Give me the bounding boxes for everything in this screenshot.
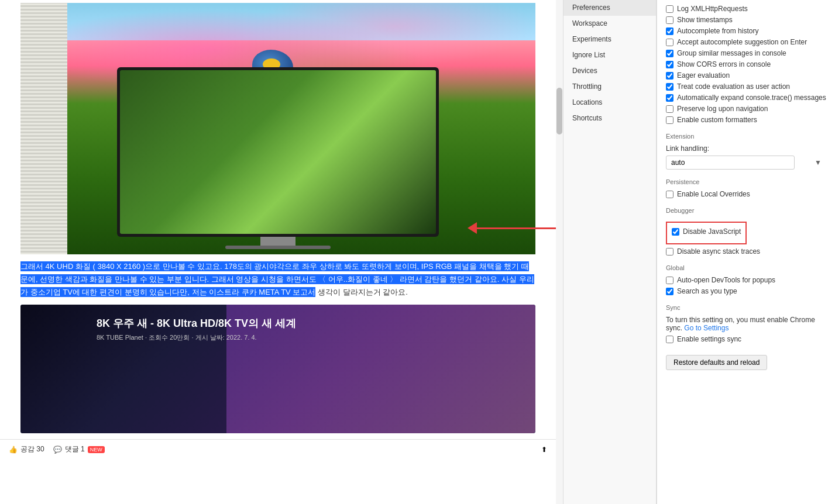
eager-eval-label: Eager evaluation: [677, 71, 730, 80]
show-timestamps-label: Show timestamps: [677, 16, 733, 24]
sidebar-item-experiments[interactable]: Experiments: [563, 32, 656, 47]
sync-description: To turn this setting on, you must enable…: [666, 316, 826, 332]
devtools-sidebar: Preferences Workspace Experiments Ignore…: [563, 0, 657, 504]
group-similar-row: Group similar messages in console: [666, 49, 826, 57]
debugger-section: Debugger Disable JavaScript Disable asyn…: [666, 207, 826, 256]
second-image: 8K 8K 우주 새 - 8K Ultra HD/8K TV의 새 세계 8K …: [20, 305, 535, 433]
autocomplete-history-row: Autocomplete from history: [666, 27, 826, 35]
main-image: [20, 3, 535, 254]
new-badge: NEW: [88, 446, 105, 453]
auto-open-devtools-label: Auto-open DevTools for popups: [677, 276, 775, 284]
share-button[interactable]: ⬆: [541, 446, 547, 454]
video-subtitle: 8K TUBE Planet · 조회수 20만회 · 게시 날짜: 2022.…: [97, 333, 296, 342]
like-button[interactable]: 👍 공감 30: [9, 444, 44, 454]
disable-js-checkbox[interactable]: [672, 228, 679, 236]
global-section: Global Auto-open DevTools for popups Sea…: [666, 264, 826, 295]
auto-open-devtools-checkbox[interactable]: [666, 277, 674, 284]
custom-formatters-label: Enable custom formatters: [677, 116, 757, 124]
accept-autocomplete-row: Accept autocomplete suggestion on Enter: [666, 38, 826, 46]
article-text: 그래서 4K UHD 화질 ( 3840 X 2160 )으로 만나볼 수 있고…: [20, 260, 535, 299]
search-as-type-label: Search as you type: [677, 287, 737, 295]
debugger-highlight-box: Disable JavaScript: [666, 222, 747, 244]
share-icon: ⬆: [541, 446, 547, 454]
tv-screen: [120, 70, 436, 234]
preserve-log-label: Preserve log upon navigation: [677, 105, 768, 113]
link-handling-select-wrapper: auto Custom ▼: [666, 156, 826, 170]
tv-base: [225, 246, 331, 249]
enable-overrides-checkbox[interactable]: [666, 191, 674, 198]
show-cors-row: Show CORS errors in console: [666, 60, 826, 68]
sidebar-item-shortcuts[interactable]: Shortcuts: [563, 111, 656, 126]
enable-settings-sync-checkbox[interactable]: [666, 336, 674, 343]
search-as-type-checkbox[interactable]: [666, 288, 674, 295]
sidebar-item-throttling[interactable]: Throttling: [563, 79, 656, 95]
disable-async-label: Disable async stack traces: [677, 247, 760, 256]
enable-overrides-label: Enable Local Overrides: [677, 190, 750, 198]
web-content: 그래서 4K UHD 화질 ( 3840 X 2160 )으로 만나볼 수 있고…: [0, 0, 556, 504]
group-similar-label: Group similar messages in console: [677, 49, 786, 57]
sync-title: Sync: [666, 304, 826, 311]
sync-section: Sync To turn this setting on, you must e…: [666, 304, 826, 343]
red-arrow: [468, 222, 556, 234]
restore-defaults-button[interactable]: Restore defaults and reload: [666, 355, 767, 370]
show-timestamps-row: Show timestamps: [666, 16, 826, 24]
sidebar-item-preferences[interactable]: Preferences: [563, 0, 656, 16]
group-similar-checkbox[interactable]: [666, 50, 674, 57]
select-arrow-icon: ▼: [815, 158, 822, 167]
auto-expand-label: Automatically expand console.trace() mes…: [677, 94, 826, 102]
autocomplete-history-checkbox[interactable]: [666, 27, 674, 35]
treat-code-row: Treat code evaluation as user action: [666, 82, 826, 91]
tv-stand: [260, 237, 295, 246]
highlighted-text: 그래서 4K UHD 화질 ( 3840 X 2160 )으로 만나볼 수 있고…: [20, 261, 534, 297]
like-icon: 👍: [9, 446, 18, 454]
debugger-title: Debugger: [666, 207, 826, 214]
log-xml-label: Log XMLHttpRequests: [677, 5, 748, 13]
sidebar-item-ignore-list[interactable]: Ignore List: [563, 47, 656, 63]
comment-count: 댓글 1: [65, 444, 85, 454]
scrollbar-thumb[interactable]: [556, 88, 562, 134]
comment-icon: 💬: [53, 446, 62, 454]
auto-expand-checkbox[interactable]: [666, 94, 674, 102]
link-handling-select[interactable]: auto Custom: [666, 156, 795, 170]
sync-link[interactable]: Go to Settings: [684, 324, 729, 332]
custom-formatters-row: Enable custom formatters: [666, 116, 826, 124]
global-title: Global: [666, 264, 826, 271]
extension-section: Extension Link handling: auto Custom ▼: [666, 133, 826, 170]
comment-button[interactable]: 💬 댓글 1 NEW: [53, 444, 105, 454]
log-xml-checkbox[interactable]: [666, 5, 674, 13]
enable-settings-sync-row: Enable settings sync: [666, 335, 826, 343]
like-count: 공감 30: [20, 444, 44, 454]
preserve-log-checkbox[interactable]: [666, 105, 674, 113]
tv-frame: [117, 67, 439, 237]
show-timestamps-checkbox[interactable]: [666, 16, 674, 24]
sidebar-item-devices[interactable]: Devices: [563, 63, 656, 79]
restore-section: Restore defaults and reload: [666, 352, 826, 370]
sidebar-item-locations[interactable]: Locations: [563, 95, 656, 111]
persistence-title: Persistence: [666, 178, 826, 185]
link-handling-label: Link handling:: [666, 144, 826, 153]
show-cors-checkbox[interactable]: [666, 61, 674, 68]
treat-code-checkbox[interactable]: [666, 83, 674, 91]
eager-eval-checkbox[interactable]: [666, 72, 674, 80]
arrow-line: [477, 227, 556, 229]
disable-js-row: Disable JavaScript: [672, 227, 741, 236]
auto-open-devtools-row: Auto-open DevTools for popups: [666, 276, 826, 284]
preserve-log-row: Preserve log upon navigation: [666, 105, 826, 113]
disable-async-checkbox[interactable]: [666, 248, 674, 256]
disable-async-row: Disable async stack traces: [666, 247, 826, 256]
log-xml-row: Log XMLHttpRequests: [666, 5, 826, 13]
scrollbar-track[interactable]: [556, 0, 563, 504]
show-cors-label: Show CORS errors in console: [677, 60, 771, 68]
accept-autocomplete-checkbox[interactable]: [666, 39, 674, 46]
auto-expand-row: Automatically expand console.trace() mes…: [666, 94, 826, 102]
autocomplete-history-label: Autocomplete from history: [677, 27, 758, 35]
search-as-type-row: Search as you type: [666, 287, 826, 295]
custom-formatters-checkbox[interactable]: [666, 116, 674, 124]
extension-title: Extension: [666, 133, 826, 140]
video-title: 8K 우주 새 - 8K Ultra HD/8K TV의 새 세계: [97, 316, 296, 330]
sidebar-item-workspace[interactable]: Workspace: [563, 16, 656, 32]
devtools-panel: Log XMLHttpRequests Show timestamps Auto…: [657, 0, 835, 504]
bottom-bar: 👍 공감 30 💬 댓글 1 NEW ⬆: [0, 439, 556, 459]
accept-autocomplete-label: Accept autocomplete suggestion on Enter: [677, 38, 807, 46]
tv-display: [117, 67, 439, 254]
